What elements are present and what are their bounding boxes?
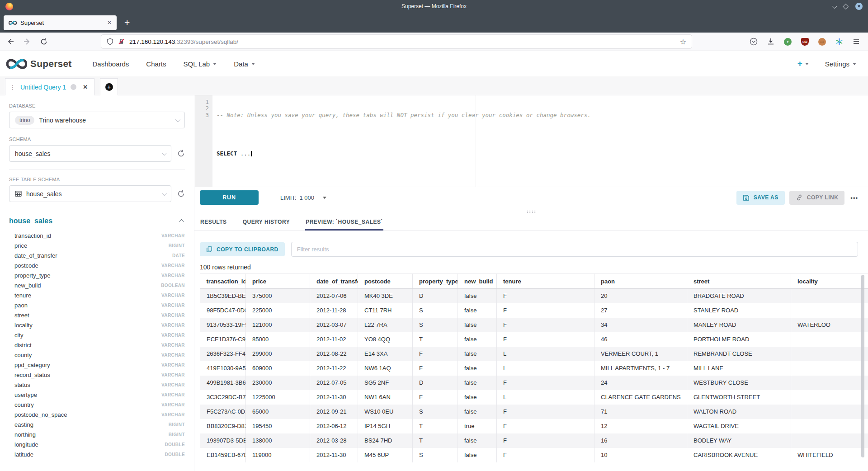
column-name: city [9,332,24,339]
drag-handle-icon[interactable]: ⋮ [9,84,16,91]
more-options-button[interactable]: ••• [850,194,858,201]
table-row[interactable]: 3C3C29DC-B7B2-4BE5-914A-A38123AF403B1225… [200,390,868,405]
nav-item-charts[interactable]: Charts [146,60,166,68]
refresh-tables-icon[interactable] [177,190,185,198]
collapse-chevron-icon[interactable] [179,219,184,224]
limit-dropdown[interactable]: LIMIT: 1 000 [280,194,326,201]
browser-tab[interactable]: Superset ✕ [4,15,117,30]
schema-select[interactable]: house_sales [9,145,171,162]
extension-green-icon[interactable]: Y [784,38,792,46]
pane-resize-handle[interactable] [194,208,868,215]
schema-column-row[interactable]: northing BIGINT [9,429,185,439]
extension-asterisk-icon[interactable] [835,38,843,46]
query-tab-close-icon[interactable]: ✕ [83,84,88,90]
schema-column-row[interactable]: tenure VARCHAR [9,290,185,300]
shield-icon[interactable] [107,38,113,45]
add-new-button[interactable]: + [797,59,809,69]
brand-title[interactable]: Superset [30,58,71,69]
table-row[interactable]: 2636F323-FF41-4765-81DB-98CAA6A43BC12990… [200,347,868,361]
pocket-icon[interactable] [750,38,758,46]
table-select[interactable]: house_sales [9,185,171,202]
table-row[interactable]: EB1459EB-67ED-47C8-B2E7-A38143AB55751190… [200,448,868,462]
new-query-tab-button[interactable]: + [100,78,118,95]
refresh-schema-icon[interactable] [177,150,185,157]
results-scrollbar[interactable] [861,275,864,457]
superset-logo-icon[interactable] [6,58,27,70]
url-bar[interactable]: 217.160.120.143:32393/superset/sqllab/ ☆ [101,34,692,49]
table-header-cell[interactable]: paon [594,274,687,289]
database-select[interactable]: trino Trino warehouse [9,112,185,128]
nav-item-data[interactable]: Data [234,60,255,68]
save-as-button[interactable]: SAVE AS [736,191,785,205]
schema-column-row[interactable]: price BIGINT [9,240,185,250]
nav-item-sql-lab[interactable]: SQL Lab [184,60,217,68]
table-name-heading[interactable]: house_sales [9,217,52,225]
schema-column-row[interactable]: locality VARCHAR [9,320,185,330]
table-header-cell[interactable]: street [687,274,791,289]
window-close-button[interactable]: ✕ [855,3,863,10]
schema-column-row[interactable]: new_build BOOLEAN [9,280,185,290]
schema-column-row[interactable]: street VARCHAR [9,310,185,320]
browser-tab-close-icon[interactable]: ✕ [107,19,112,26]
schema-column-row[interactable]: record_status VARCHAR [9,370,185,380]
table-row[interactable]: 91370533-19F5-47FE-B142-A380A8ADA2101210… [200,318,868,332]
copy-link-button[interactable]: COPY LINK [789,191,845,205]
menu-hamburger-icon[interactable] [853,38,860,45]
back-icon[interactable] [6,38,14,46]
table-header-cell[interactable]: date_of_transfer [310,274,358,289]
schema-column-row[interactable]: usertype VARCHAR [9,390,185,400]
table-header-cell[interactable]: transaction_id [200,274,246,289]
table-header-cell[interactable]: new_build [458,274,497,289]
reload-icon[interactable] [40,38,48,46]
table-header-cell[interactable]: tenure [497,274,594,289]
table-row[interactable]: F5C273AC-0D2A-458F-8279-9C61F0C22EC66500… [200,405,868,419]
sql-editor[interactable]: 123 -- Note: Unless you save your query,… [194,95,868,187]
schema-column-row[interactable]: paon VARCHAR [9,300,185,310]
query-tab-title[interactable]: Untitled Query 1 [20,84,66,91]
plus-circle-icon[interactable]: + [105,83,113,91]
table-row[interactable]: ECE1D376-C9A6-4C00-B004-A380B189FA568500… [200,332,868,347]
schema-column-row[interactable]: property_type VARCHAR [9,270,185,280]
table-row[interactable]: 419E1030-9A55-4467-8DA9-9FED95D659666090… [200,361,868,376]
schema-column-row[interactable]: postcode VARCHAR [9,260,185,270]
schema-column-row[interactable]: city VARCHAR [9,330,185,340]
table-header-cell[interactable]: locality [791,274,868,289]
table-row[interactable]: 98F5DC47-0D05-4D59-95B7-98CA6F1FDE052250… [200,303,868,318]
table-row[interactable]: 193907D3-5DBD-453D-A49E-9FEE27DAB9261380… [200,433,868,448]
schema-column-row[interactable]: district VARCHAR [9,340,185,350]
settings-menu[interactable]: Settings [825,60,856,68]
nav-item-dashboards[interactable]: Dashboards [92,60,129,68]
query-tab-active[interactable]: ⋮ Untitled Query 1 ✕ [5,78,94,95]
window-maximize-button[interactable] [844,2,848,10]
schema-column-row[interactable]: easting BIGINT [9,419,185,429]
table-row[interactable]: 499B1981-3B6B-4BCD-808F-9FED9802BFA12300… [200,376,868,390]
table-row[interactable]: 1B5C39ED-BE7F-41EF-9E71-9C60EED74A223750… [200,289,868,303]
schema-column-row[interactable]: longitude DOUBLE [9,439,185,449]
filter-results-input[interactable] [291,242,858,257]
schema-column-row[interactable]: status VARCHAR [9,380,185,390]
table-header-cell[interactable]: postcode [358,274,413,289]
table-header-cell[interactable]: price [246,274,310,289]
browser-new-tab-button[interactable]: + [124,17,130,28]
bookmark-star-icon[interactable]: ☆ [680,38,686,46]
schema-column-row[interactable]: ppd_category VARCHAR [9,360,185,370]
schema-column-row[interactable]: county VARCHAR [9,350,185,360]
tab-query-history[interactable]: QUERY HISTORY [242,215,291,231]
run-button[interactable]: RUN [200,190,259,205]
schema-column-row[interactable]: country VARCHAR [9,400,185,410]
tab-results[interactable]: RESULTS [200,215,227,231]
schema-column-row[interactable]: transaction_id VARCHAR [9,231,185,240]
schema-column-row[interactable]: date_of_transfer DATE [9,250,185,260]
copy-to-clipboard-button[interactable]: COPY TO CLIPBOARD [200,242,285,256]
table-row[interactable]: BB8320C9-D82B-4B37-90E0-9FEE05095E101954… [200,419,868,433]
insecure-lock-icon[interactable] [118,38,125,45]
tab-preview-house-sales[interactable]: PREVIEW: `HOUSE_SALES` [305,215,383,231]
schema-column-row[interactable]: postcode_no_space VARCHAR [9,410,185,419]
forward-icon[interactable] [23,38,31,46]
downloads-icon[interactable] [767,38,774,45]
ublock-shield-icon[interactable]: uO [801,38,809,46]
schema-column-row[interactable]: latitude DOUBLE [9,449,185,459]
cookie-extension-icon[interactable]: ••• [818,38,826,46]
window-minimize-button[interactable] [832,2,836,10]
table-header-cell[interactable]: property_type [413,274,458,289]
